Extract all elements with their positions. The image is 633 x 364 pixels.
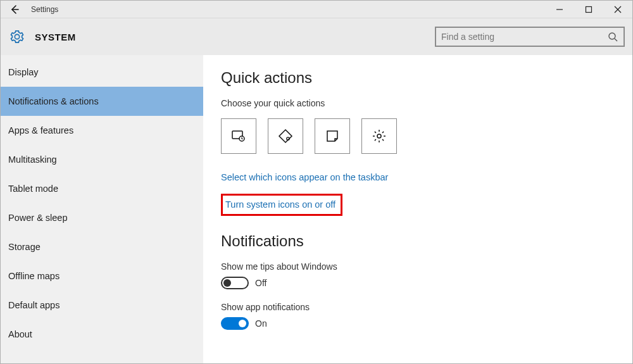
page-header: SYSTEM [1, 18, 632, 55]
settings-gear-icon [372, 129, 387, 144]
svg-point-10 [377, 134, 381, 138]
sidebar-item-label: Tablet mode [8, 184, 58, 194]
svg-point-5 [609, 33, 615, 39]
sidebar-item-notifications-actions[interactable]: Notifications & actions [1, 87, 203, 116]
sidebar-item-label: Offline maps [8, 271, 60, 281]
sidebar-item-default-apps[interactable]: Default apps [1, 291, 203, 320]
sidebar-item-apps-features[interactable]: Apps & features [1, 116, 203, 145]
quick-actions-row [221, 118, 632, 154]
svg-line-6 [615, 39, 617, 41]
setting-app-notifications: Show app notifications On [221, 302, 632, 330]
sidebar-item-label: Notifications & actions [8, 96, 99, 106]
link-system-icons[interactable]: Turn system icons on or off [225, 199, 335, 210]
quick-action-tile-2[interactable] [268, 118, 303, 154]
sidebar-item-label: Apps & features [8, 125, 73, 135]
note-icon [277, 128, 294, 144]
sidebar-item-display[interactable]: Display [1, 58, 203, 87]
sidebar-item-label: Power & sleep [8, 213, 68, 223]
search-input[interactable] [441, 32, 607, 42]
minimize-button[interactable] [545, 1, 574, 18]
quick-actions-heading: Quick actions [221, 69, 632, 87]
link-taskbar-icons[interactable]: Select which icons appear on the taskbar [221, 172, 388, 182]
setting-tips: Show me tips about Windows Off [221, 261, 632, 289]
sidebar-item-power-sleep[interactable]: Power & sleep [1, 203, 203, 232]
setting-label: Show me tips about Windows [221, 261, 632, 272]
svg-rect-2 [586, 6, 592, 12]
close-button[interactable] [603, 1, 632, 18]
title-bar: Settings [1, 1, 632, 18]
highlighted-link-box: Turn system icons on or off [221, 194, 342, 216]
sidebar-item-label: Display [8, 67, 39, 77]
quick-actions-subtext: Choose your quick actions [221, 98, 632, 108]
page-title: SYSTEM [35, 32, 76, 42]
toggle-tips[interactable] [221, 277, 249, 289]
arrow-left-icon [9, 4, 20, 15]
sidebar-item-label: Default apps [8, 300, 60, 310]
sidebar-item-multitasking[interactable]: Multitasking [1, 145, 203, 174]
sidebar-item-tablet-mode[interactable]: Tablet mode [1, 174, 203, 203]
back-button[interactable] [1, 1, 28, 18]
tablet-mode-icon [230, 128, 247, 144]
quick-action-tile-4[interactable] [361, 118, 397, 154]
toggle-state-text: Off [255, 278, 266, 288]
toggle-app-notifications[interactable] [221, 317, 249, 330]
search-box[interactable] [435, 27, 625, 47]
notifications-heading: Notifications [221, 232, 632, 250]
sidebar-item-label: About [8, 329, 32, 339]
sidebar-item-label: Multitasking [8, 154, 57, 165]
content-pane: Quick actions Choose your quick actions … [203, 55, 632, 363]
sidebar-item-storage[interactable]: Storage [1, 232, 203, 261]
toggle-state-text: On [255, 318, 267, 329]
settings-gear-icon [8, 28, 26, 46]
maximize-button[interactable] [574, 1, 603, 18]
close-icon [614, 6, 622, 13]
quick-action-tile-1[interactable] [221, 118, 256, 154]
sidebar-item-label: Storage [8, 242, 41, 252]
sidebar: Display Notifications & actions Apps & f… [1, 55, 203, 363]
setting-label: Show app notifications [221, 302, 632, 312]
sticky-note-icon [325, 129, 340, 144]
quick-action-tile-3[interactable] [315, 118, 350, 154]
minimize-icon [556, 6, 563, 13]
maximize-icon [585, 6, 592, 13]
search-icon [607, 31, 618, 42]
window-title: Settings [31, 5, 58, 14]
sidebar-item-about[interactable]: About [1, 320, 203, 349]
sidebar-item-offline-maps[interactable]: Offline maps [1, 261, 203, 291]
